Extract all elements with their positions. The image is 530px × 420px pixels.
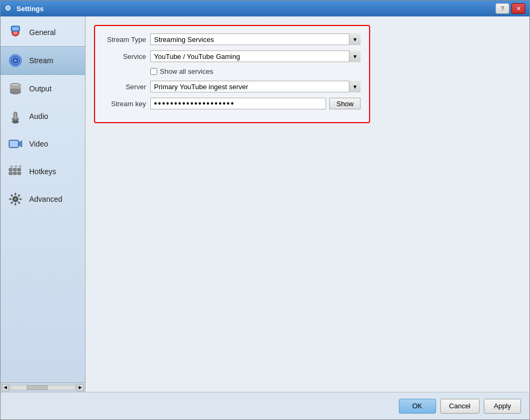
svg-rect-21 xyxy=(13,172,16,175)
svg-point-5 xyxy=(14,59,16,62)
help-button[interactable]: ? xyxy=(495,3,509,14)
sidebar-label-advanced: Advanced xyxy=(29,195,62,203)
stream-type-row: Stream Type Streaming Services Custom St… xyxy=(104,33,361,45)
service-control: YouTube / YouTube Gaming Twitch Facebook… xyxy=(150,50,361,62)
show-stream-key-button[interactable]: Show xyxy=(329,98,361,109)
show-all-services-text: Show all services xyxy=(160,67,213,75)
server-row: Server Primary YouTube ingest server Sec… xyxy=(104,81,361,92)
settings-window: ⚙ Settings ? ✕ General xyxy=(0,0,530,420)
svg-marker-16 xyxy=(19,141,22,147)
svg-rect-10 xyxy=(10,89,21,92)
svg-rect-22 xyxy=(18,172,21,175)
stream-type-select[interactable]: Streaming Services Custom Streaming Serv… xyxy=(150,33,361,45)
stream-key-control: Show xyxy=(150,98,361,109)
server-control: Primary YouTube ingest server Secondary … xyxy=(150,81,361,92)
sidebar: General Stream xyxy=(1,16,86,392)
ok-button[interactable]: OK xyxy=(399,399,436,414)
sidebar-item-advanced[interactable]: Advanced xyxy=(1,185,85,213)
svg-point-27 xyxy=(14,198,16,200)
sidebar-label-video: Video xyxy=(29,140,48,148)
scroll-track[interactable] xyxy=(10,385,75,390)
stream-settings-panel: Stream Type Streaming Services Custom St… xyxy=(94,25,370,123)
svg-rect-15 xyxy=(10,141,18,147)
svg-rect-3 xyxy=(12,27,19,30)
stream-type-select-wrapper: Streaming Services Custom Streaming Serv… xyxy=(150,33,361,45)
svg-rect-31 xyxy=(18,201,21,204)
scroll-left-button[interactable]: ◀ xyxy=(2,384,9,391)
service-label: Service xyxy=(104,53,146,61)
svg-rect-25 xyxy=(19,166,21,167)
svg-rect-28 xyxy=(15,193,16,195)
svg-rect-24 xyxy=(15,166,17,167)
stream-type-label: Stream Type xyxy=(104,36,146,44)
sidebar-item-video[interactable]: Video xyxy=(1,130,85,158)
sidebar-item-general[interactable]: General xyxy=(1,19,85,46)
service-select[interactable]: YouTube / YouTube Gaming Twitch Facebook… xyxy=(150,50,361,62)
title-bar-left: ⚙ Settings xyxy=(5,4,44,13)
sidebar-scrollbar: ◀ ▶ xyxy=(1,382,85,392)
sidebar-item-hotkeys[interactable]: Hotkeys xyxy=(1,158,85,185)
close-button[interactable]: ✕ xyxy=(511,3,525,14)
footer: OK Cancel Apply xyxy=(1,392,529,419)
audio-icon xyxy=(7,108,24,125)
window-icon: ⚙ xyxy=(5,4,13,13)
server-select-wrapper: Primary YouTube ingest server Secondary … xyxy=(150,81,361,92)
stream-type-control: Streaming Services Custom Streaming Serv… xyxy=(150,33,361,45)
general-icon xyxy=(7,24,24,41)
output-icon xyxy=(7,80,24,97)
server-label: Server xyxy=(104,83,146,91)
service-select-wrapper: YouTube / YouTube Gaming Twitch Facebook… xyxy=(150,50,361,62)
video-icon xyxy=(7,135,24,152)
stream-key-input[interactable] xyxy=(150,98,326,109)
svg-rect-13 xyxy=(14,113,16,120)
stream-key-label: Stream key xyxy=(104,100,146,108)
sidebar-label-output: Output xyxy=(29,84,52,93)
title-bar-buttons: ? ✕ xyxy=(495,3,525,14)
show-all-services-label[interactable]: Show all services xyxy=(150,67,213,75)
sidebar-item-output[interactable]: Output xyxy=(1,75,85,102)
sidebar-item-stream[interactable]: Stream xyxy=(1,46,85,75)
sidebar-label-audio: Audio xyxy=(29,112,48,121)
cancel-button[interactable]: Cancel xyxy=(440,399,480,414)
sidebar-label-general: General xyxy=(29,28,56,37)
window-title: Settings xyxy=(16,5,44,13)
svg-rect-17 xyxy=(9,168,12,171)
sidebar-label-hotkeys: Hotkeys xyxy=(29,167,56,176)
scroll-right-button[interactable]: ▶ xyxy=(76,384,84,391)
window-content: General Stream xyxy=(1,16,529,392)
svg-rect-18 xyxy=(13,168,16,171)
sidebar-item-audio[interactable]: Audio xyxy=(1,102,85,130)
stream-key-row: Stream key Show xyxy=(104,98,361,109)
apply-button[interactable]: Apply xyxy=(484,399,521,414)
svg-rect-34 xyxy=(9,199,12,200)
svg-rect-30 xyxy=(19,199,22,200)
svg-rect-33 xyxy=(10,201,13,204)
svg-rect-32 xyxy=(15,203,16,205)
scroll-thumb[interactable] xyxy=(27,385,48,390)
show-all-services-row: Show all services xyxy=(104,67,361,75)
service-row: Service YouTube / YouTube Gaming Twitch … xyxy=(104,50,361,62)
svg-rect-20 xyxy=(9,172,12,175)
stream-icon xyxy=(7,52,24,69)
svg-rect-9 xyxy=(10,85,21,89)
svg-rect-29 xyxy=(18,194,21,197)
advanced-icon xyxy=(7,191,24,208)
show-all-services-checkbox[interactable] xyxy=(150,68,157,75)
svg-rect-19 xyxy=(18,168,21,171)
sidebar-label-stream: Stream xyxy=(29,56,53,65)
svg-rect-23 xyxy=(11,166,13,167)
main-content: Stream Type Streaming Services Custom St… xyxy=(86,16,529,392)
title-bar: ⚙ Settings ? ✕ xyxy=(1,1,529,16)
svg-rect-35 xyxy=(10,194,13,197)
hotkeys-icon xyxy=(7,163,24,180)
server-select[interactable]: Primary YouTube ingest server Secondary … xyxy=(150,81,361,92)
